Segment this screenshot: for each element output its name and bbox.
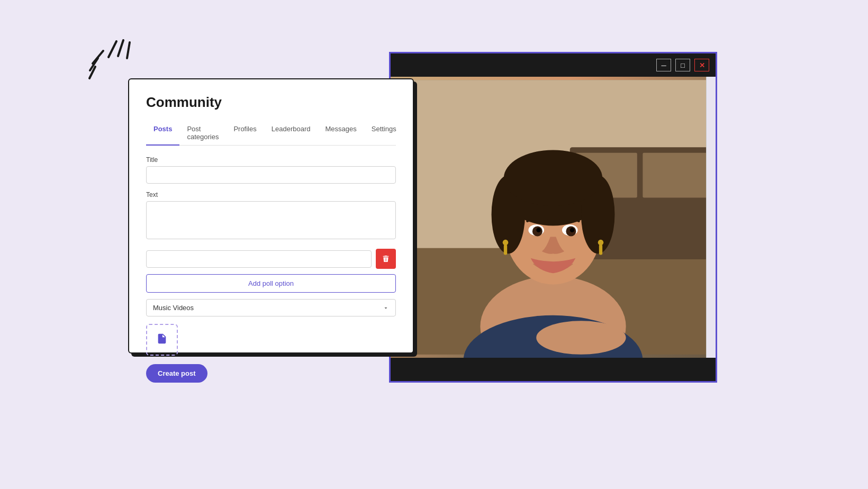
add-poll-option-button[interactable]: Add poll option <box>146 274 396 293</box>
title-label: Title <box>146 156 396 164</box>
minimize-icon: ─ <box>661 61 666 69</box>
svg-rect-26 <box>504 245 507 255</box>
svg-point-22 <box>536 228 540 232</box>
category-dropdown[interactable]: Music Videos General Announcements Q&A <box>146 299 396 316</box>
text-label: Text <box>146 191 396 198</box>
tab-settings[interactable]: Settings <box>364 121 404 146</box>
svg-point-25 <box>598 240 604 246</box>
svg-line-1 <box>118 40 123 56</box>
video-frame <box>391 77 716 358</box>
video-content <box>391 77 716 358</box>
svg-rect-10 <box>643 153 710 198</box>
trash-icon <box>382 255 390 263</box>
file-upload-icon <box>156 333 168 347</box>
video-bottom-bar <box>391 358 716 381</box>
text-input[interactable] <box>146 201 396 239</box>
tab-leaderboard[interactable]: Leaderboard <box>264 121 318 146</box>
video-window: ─ □ ✕ <box>389 52 717 383</box>
tab-posts[interactable]: Posts <box>146 121 179 146</box>
video-titlebar: ─ □ ✕ <box>391 53 716 77</box>
svg-point-17 <box>504 150 602 206</box>
poll-option-row <box>146 249 396 269</box>
minimize-button[interactable]: ─ <box>656 59 671 71</box>
svg-line-2 <box>127 42 130 58</box>
svg-line-0 <box>108 41 116 57</box>
close-button[interactable]: ✕ <box>694 59 709 71</box>
close-icon: ✕ <box>699 61 705 69</box>
maximize-button[interactable]: □ <box>675 59 690 71</box>
title-input[interactable] <box>146 166 396 184</box>
svg-point-23 <box>570 228 574 232</box>
file-upload-area[interactable] <box>146 324 178 356</box>
create-post-button[interactable]: Create post <box>146 364 207 383</box>
tab-profiles[interactable]: Profiles <box>226 121 264 146</box>
svg-point-28 <box>536 321 626 355</box>
tab-messages[interactable]: Messages <box>318 121 364 146</box>
delete-poll-option-button[interactable] <box>376 249 396 269</box>
page-title: Community <box>146 94 396 111</box>
poll-option-input[interactable] <box>146 250 372 268</box>
tab-bar: Posts Post categories Profiles Leaderboa… <box>146 121 396 146</box>
video-scrollbar[interactable] <box>706 77 716 358</box>
tab-post-categories[interactable]: Post categories <box>179 121 226 146</box>
community-window: Community Posts Post categories Profiles… <box>128 78 414 354</box>
svg-rect-27 <box>599 245 602 255</box>
maximize-icon: □ <box>681 61 685 69</box>
svg-point-24 <box>503 240 509 246</box>
